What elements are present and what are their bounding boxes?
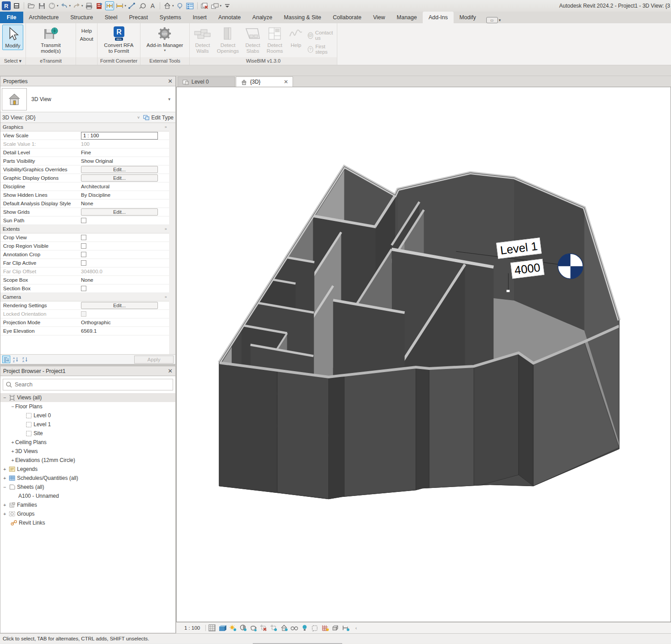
properties-header[interactable]: Properties ✕ — [0, 76, 176, 86]
prop-row[interactable]: DisciplineArchitectural — [0, 182, 169, 191]
annotation-crop-checkbox[interactable] — [81, 252, 86, 257]
tab-systems[interactable]: Systems — [154, 12, 187, 23]
dimension-dropdown[interactable]: ▾ — [125, 4, 127, 8]
prop-row[interactable]: Show Hidden LinesBy Discipline — [0, 191, 169, 199]
help-button[interactable]: Help — [81, 28, 92, 34]
tree-3d-views[interactable]: + 3D Views — [0, 447, 175, 456]
section-box-checkbox[interactable] — [81, 286, 86, 291]
open-icon[interactable] — [27, 1, 36, 10]
switch-windows-dropdown[interactable]: ▾ — [220, 4, 222, 8]
section-camera[interactable]: Camera» — [0, 293, 169, 301]
tab-manage[interactable]: Manage — [391, 12, 423, 23]
far-clip-active-checkbox[interactable] — [81, 260, 86, 266]
view-dropdown[interactable]: ▾ — [172, 4, 174, 8]
vg-overrides-edit-button[interactable]: Edit... — [81, 166, 158, 173]
tree-site[interactable]: Site — [0, 429, 175, 438]
tree-level-0[interactable]: Level 0 — [0, 411, 175, 420]
sort-az-icon[interactable]: AZ — [12, 356, 20, 363]
tab-annotate[interactable]: Annotate — [212, 12, 246, 23]
save-icon[interactable] — [37, 1, 46, 10]
print-icon[interactable] — [85, 1, 93, 10]
tab-massing-site[interactable]: Massing & Site — [278, 12, 327, 23]
schedule-list-icon[interactable] — [186, 1, 195, 10]
tree-revit-links[interactable]: Revit Links — [0, 518, 175, 527]
expand-icon[interactable]: + — [2, 511, 7, 517]
revit-logo-icon[interactable]: R — [2, 1, 11, 10]
etransmit-panel-label[interactable]: eTransmit — [26, 57, 76, 65]
detect-slabs-button[interactable]: Detect Slabs — [243, 25, 263, 55]
tree-level-1[interactable]: Level 1 — [0, 420, 175, 429]
expand-icon[interactable]: + — [10, 449, 15, 454]
project-browser-header[interactable]: Project Browser - Project1 ✕ — [0, 366, 176, 376]
tree-ceiling-plans[interactable]: + Ceiling Plans — [0, 438, 175, 447]
displacement-icon[interactable] — [331, 624, 340, 632]
detect-rooms-button[interactable]: Detect Rooms — [265, 25, 284, 55]
synchronize-icon[interactable] — [47, 1, 56, 10]
tree-families[interactable]: + Families — [0, 500, 175, 509]
show-grids-edit-button[interactable]: Edit... — [81, 208, 158, 216]
properties-close-icon[interactable]: ✕ — [168, 78, 173, 85]
prop-row[interactable]: Parts VisibilityShow Original — [0, 157, 169, 165]
shadows-icon[interactable] — [239, 624, 247, 632]
reveal-hidden-elements-icon[interactable] — [280, 624, 288, 632]
undo-icon[interactable] — [60, 1, 69, 10]
collapse-icon[interactable]: − — [2, 484, 7, 490]
rendering-settings-edit-button[interactable]: Edit... — [81, 302, 158, 309]
wisebim-help-button[interactable]: Help — [287, 25, 305, 49]
render-icon[interactable] — [249, 624, 257, 632]
measure-icon[interactable] — [105, 1, 114, 10]
tree-schedules[interactable]: + Schedules/Quantities (all) — [0, 474, 175, 483]
browser-search[interactable] — [3, 379, 173, 390]
expand-icon[interactable]: + — [10, 440, 15, 445]
formit-panel-label[interactable]: FormIt Converter — [98, 57, 140, 65]
transmit-models-button[interactable]: Transmit model(s) — [29, 25, 73, 55]
modify-button[interactable]: Modify — [2, 25, 24, 50]
prop-row[interactable]: Projection ModeOrthographic — [0, 318, 169, 327]
search-input[interactable] — [15, 381, 170, 388]
convert-rfa-button[interactable]: RRFA Convert RFA to FormIt — [100, 25, 137, 55]
add-in-manager-button[interactable]: </> Add-in Manager ▾ — [144, 25, 186, 53]
undo-dropdown[interactable]: ▾ — [69, 4, 71, 8]
tab-architecture[interactable]: Architecture — [23, 12, 65, 23]
text-icon[interactable]: A — [148, 1, 157, 10]
prop-row[interactable]: Eye Elevation6569.1 — [0, 327, 169, 335]
ribbon-display-toggle[interactable]: ▭▾ — [486, 17, 501, 23]
redo-icon[interactable] — [72, 1, 81, 10]
detect-walls-button[interactable]: Detect Walls — [192, 25, 213, 55]
tab-collaborate[interactable]: Collaborate — [327, 12, 367, 23]
sun-path-checkbox[interactable] — [81, 218, 86, 223]
dimension-icon[interactable] — [115, 1, 124, 10]
customize-qat-icon[interactable] — [223, 1, 232, 10]
first-steps-link[interactable]: ? First steps — [308, 44, 335, 55]
sun-path-icon[interactable] — [229, 624, 237, 632]
select-panel-label[interactable]: Select ▾ — [0, 57, 25, 65]
tag-icon[interactable] — [138, 1, 147, 10]
tab-add-ins[interactable]: Add-Ins — [423, 12, 454, 23]
collapse-icon[interactable]: − — [10, 404, 15, 409]
collapse-icon[interactable]: − — [2, 395, 7, 400]
tab-analyze[interactable]: Analyze — [246, 12, 278, 23]
sync-dropdown[interactable]: ▾ — [57, 4, 59, 8]
crop-view-checkbox[interactable] — [81, 235, 86, 240]
crop-region-icon[interactable] — [270, 624, 278, 632]
tab-insert[interactable]: Insert — [187, 12, 212, 23]
prop-row[interactable]: Scope BoxNone — [0, 276, 169, 284]
expand-icon[interactable]: + — [10, 458, 15, 463]
detail-level-icon[interactable] — [208, 624, 216, 632]
instance-dropdown-icon[interactable]: ˅ — [137, 115, 140, 120]
tree-views-all[interactable]: − Views (all) — [0, 393, 175, 402]
type-selector[interactable]: 3D View ▾ — [0, 86, 175, 112]
view-tab-level-0[interactable]: Level 0 — [178, 76, 235, 87]
browser-close-icon[interactable]: ✕ — [168, 368, 173, 374]
expand-icon[interactable]: + — [2, 475, 7, 481]
wisebim-panel-label[interactable]: WiseBIM v1.3.0 — [190, 57, 337, 65]
expand-icon[interactable]: + — [2, 502, 7, 508]
about-button[interactable]: About — [80, 36, 93, 42]
close-view-icon[interactable]: ✕ — [284, 79, 288, 85]
prop-row[interactable]: Detail LevelFine — [0, 148, 169, 157]
file-properties-icon[interactable] — [12, 1, 21, 10]
selection-box-icon[interactable] — [342, 624, 350, 632]
3d-model[interactable] — [177, 87, 671, 621]
tree-sheet-a100[interactable]: A100 - Unnamed — [0, 491, 175, 500]
switch-windows-icon[interactable] — [211, 1, 220, 10]
